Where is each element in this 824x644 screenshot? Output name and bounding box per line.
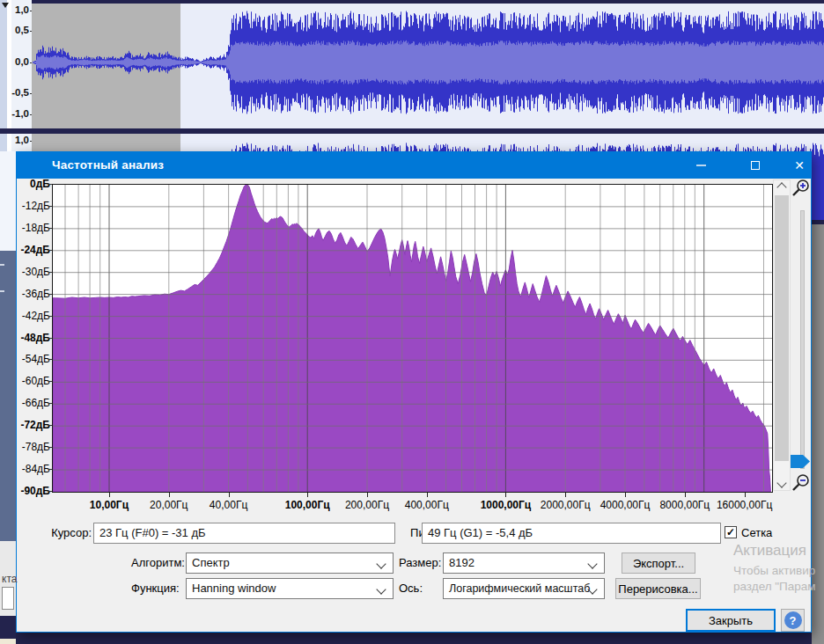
frequency-axis-label: 16000,00Гц <box>705 499 784 511</box>
zoom-out-icon[interactable] <box>790 472 813 495</box>
ruler-fragment-tick <box>0 290 4 292</box>
ruler-tick <box>30 141 32 142</box>
frequency-axis-tick <box>169 493 170 497</box>
scroll-up-button[interactable] <box>774 180 790 194</box>
background-panel-left <box>0 151 16 251</box>
frequency-axis-tick <box>109 493 110 497</box>
frequency-axis-tick <box>685 493 686 497</box>
size-label: Размер: <box>399 553 441 574</box>
frequency-axis-label: 400,00Гц <box>387 499 467 511</box>
chevron-down-icon <box>376 584 386 594</box>
function-value: Hanning window <box>192 582 276 595</box>
frequency-axis-tick <box>229 493 230 497</box>
scrollbar-thumb[interactable] <box>775 195 789 461</box>
ruler-label: 1,0 <box>0 4 29 15</box>
help-icon: ? <box>784 611 802 629</box>
size-value: 8192 <box>449 556 475 569</box>
frequency-axis-tick <box>565 493 566 497</box>
axis-dropdown[interactable]: Логарифмический масштаб <box>443 578 605 599</box>
chevron-up-icon <box>776 182 786 192</box>
help-button[interactable]: ? <box>781 609 805 632</box>
background-panel-left-dark <box>0 251 16 541</box>
chevron-down-icon <box>776 478 786 487</box>
frequency-axis-tick <box>367 493 368 497</box>
algorithm-dropdown[interactable]: Спектр <box>186 553 394 574</box>
algorithm-value: Спектр <box>192 556 230 569</box>
frequency-axis-tick <box>307 493 308 497</box>
frequency-axis-label: 40,00Гц <box>189 499 269 511</box>
cursor-value-field[interactable]: 23 Гц (F#0) = -31 дБ <box>93 523 395 544</box>
export-button[interactable]: Экспорт... <box>622 553 695 574</box>
peak-value-field[interactable]: 49 Гц (G1) = -5,4 дБ <box>422 523 721 544</box>
background-strip-beige <box>0 639 16 644</box>
ruler-tick <box>30 114 32 115</box>
activation-watermark: Активация Чтобы активир раздел "Парам <box>733 542 816 596</box>
axis-value: Логарифмический масштаб <box>449 582 590 595</box>
truncated-label: кта <box>2 573 17 585</box>
chevron-down-icon <box>376 559 386 568</box>
background-strip-bottom <box>0 633 812 644</box>
ruler-label: 0,5 <box>0 25 29 35</box>
frequency-analysis-dialog: Частотный анализ ✕ 0дБ-12дБ-18дБ-24дБ-30… <box>16 151 812 633</box>
replot-button[interactable]: Перерисовка... <box>615 578 701 599</box>
axis-label: Ось: <box>399 578 423 599</box>
truncated-input-fragment <box>2 587 14 610</box>
ruler-tick <box>30 31 32 32</box>
ruler-label: -0,5 <box>0 87 29 98</box>
watermark-line: раздел "Парам <box>733 580 816 593</box>
frequency-axis-tick <box>625 493 626 497</box>
ruler-tick <box>30 93 32 94</box>
plot-scrollbar[interactable] <box>773 179 791 491</box>
scroll-down-button[interactable] <box>774 476 790 490</box>
ruler-label: -1,0 <box>0 108 29 119</box>
zoom-in-icon[interactable] <box>790 178 813 201</box>
ruler-fragment-tick <box>0 264 4 266</box>
watermark-line: Активация <box>733 542 816 560</box>
zoom-slider-track[interactable] <box>800 210 805 469</box>
watermark-line: Чтобы активир <box>733 564 816 577</box>
ruler-label: 0,0 <box>0 56 29 67</box>
background-panel-left-bottom: кта <box>0 541 16 616</box>
frequency-axis-tick <box>505 493 506 497</box>
algorithm-label: Алгоритм: <box>131 553 185 574</box>
size-dropdown[interactable]: 8192 <box>443 553 605 574</box>
grid-checkbox-label: Сетка <box>741 523 772 544</box>
cursor-label: Курсор: <box>34 523 92 544</box>
frequency-axis: 10,00Гц20,00Гц40,00Гц100,00Гц200,00Гц400… <box>17 152 813 522</box>
ruler-label: 1,0 <box>0 135 29 145</box>
ruler-tick <box>30 62 32 63</box>
close-dialog-button[interactable]: Закрыть <box>686 609 776 632</box>
function-label: Функция: <box>131 578 180 599</box>
chevron-down-icon <box>587 559 597 568</box>
screen: 1,00,50,0-0,5-1,01,0 кта Частотный анали… <box>0 0 824 644</box>
function-dropdown[interactable]: Hanning window <box>186 578 394 599</box>
background-strip-navy <box>0 616 16 639</box>
grid-checkbox[interactable]: ✓ <box>725 526 737 538</box>
ruler-tick <box>30 11 32 11</box>
frequency-axis-tick <box>427 493 428 497</box>
frequency-axis-tick <box>745 493 746 497</box>
